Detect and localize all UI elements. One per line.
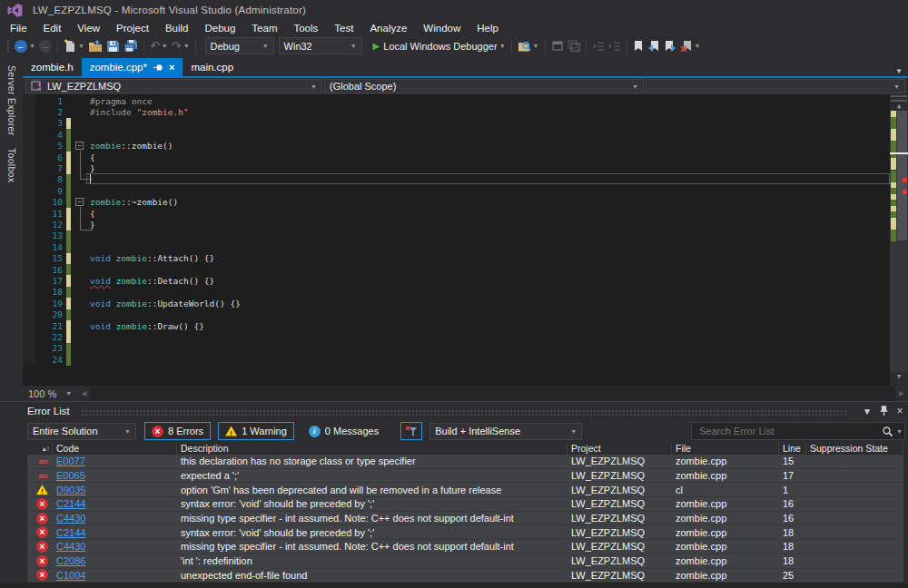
messages-toggle-button[interactable]: i 0 Messages xyxy=(301,422,386,440)
error-source-dropdown[interactable]: Build + IntelliSense▼ xyxy=(429,423,582,440)
code-line[interactable]: 16 xyxy=(23,264,888,275)
navigate-forward-button[interactable]: → xyxy=(37,37,54,54)
column-header-description[interactable]: Description xyxy=(177,442,568,455)
scroll-right-arrow[interactable]: ▶ xyxy=(895,389,908,397)
menu-item-tools[interactable]: Tools xyxy=(285,22,326,34)
tab-zombie-h[interactable]: zombie.h xyxy=(23,58,82,76)
find-in-files-button[interactable]: ▼ xyxy=(516,37,541,54)
save-button[interactable] xyxy=(104,37,122,54)
menu-item-window[interactable]: Window xyxy=(415,22,469,34)
decrease-indent-button[interactable] xyxy=(590,37,607,54)
tab-zombie-cpp[interactable]: zombie.cpp*× xyxy=(82,58,183,76)
warnings-toggle-button[interactable]: ! 1 Warning xyxy=(218,422,294,440)
error-code-link[interactable]: D9035 xyxy=(56,485,85,495)
error-row[interactable]: ×C4430missing type specifier - int assum… xyxy=(27,512,903,526)
scroll-down-arrow[interactable]: ▼ xyxy=(890,373,908,380)
new-file-button[interactable]: ▼ xyxy=(62,37,86,54)
scroll-left-arrow[interactable]: ◀ xyxy=(77,389,90,397)
errors-toggle-button[interactable]: × 8 Errors xyxy=(144,422,211,440)
platform-dropdown[interactable]: Win32▼ xyxy=(279,37,362,54)
error-code-link[interactable]: C2144 xyxy=(56,527,85,538)
increase-indent-button[interactable] xyxy=(607,37,623,54)
undo-button[interactable]: ↶▼ xyxy=(148,37,170,54)
severity-sort-header[interactable]: ▲! xyxy=(27,442,53,455)
menu-item-edit[interactable]: Edit xyxy=(35,22,70,34)
code-line[interactable]: 17void zombie::Detach() {} xyxy=(23,275,888,286)
error-row[interactable]: ×C2144syntax error: 'void' should be pre… xyxy=(27,497,903,512)
error-row[interactable]: ×C2144syntax error: 'void' should be pre… xyxy=(27,525,903,540)
tab-main-cpp[interactable]: main.cpp xyxy=(183,58,242,76)
collapse-icon[interactable]: − xyxy=(75,198,84,206)
pin-icon[interactable] xyxy=(153,64,163,72)
save-all-button[interactable] xyxy=(122,37,140,54)
search-box[interactable]: ▼ xyxy=(691,422,905,440)
scrollbar-track[interactable] xyxy=(890,111,908,372)
code-line[interactable]: 23 xyxy=(23,343,888,354)
collapse-icon[interactable]: − xyxy=(75,142,84,150)
error-code-link[interactable]: C2086 xyxy=(56,555,85,566)
code-line[interactable]: 21void zombie::Draw() {} xyxy=(23,320,888,331)
toggle-bookmark-button[interactable] xyxy=(631,37,646,54)
toolbar-grip[interactable] xyxy=(6,39,10,53)
error-row[interactable]: ×C2086'int ': redefinitionLW_EZPZLMSQzom… xyxy=(27,554,903,569)
column-header-project[interactable]: Project xyxy=(568,442,672,455)
close-icon[interactable]: × xyxy=(892,405,908,417)
next-bookmark-button[interactable] xyxy=(662,37,678,54)
code-line[interactable]: 11{ xyxy=(23,208,888,219)
code-line[interactable]: 19void zombie::UpdateWorld() {} xyxy=(23,298,888,309)
code-line[interactable]: 3 xyxy=(23,118,888,129)
error-code-link[interactable]: C2144 xyxy=(56,498,85,509)
sidebar-tab-server-explorer[interactable]: Server Explorer xyxy=(6,65,17,135)
pin-icon[interactable] xyxy=(875,406,892,417)
code-line[interactable]: 15void zombie::Attach() {} xyxy=(23,253,888,264)
close-icon[interactable]: × xyxy=(169,62,174,73)
editor-vertical-scrollbar[interactable]: ▲ ▼ xyxy=(890,94,908,386)
code-editor[interactable]: 1#pragma once2#include "zombie.h"345−zom… xyxy=(23,94,908,386)
sidebar-tab-toolbox[interactable]: Toolbox xyxy=(6,148,17,182)
error-code-link[interactable]: C4430 xyxy=(56,513,85,524)
menu-item-help[interactable]: Help xyxy=(469,22,507,34)
error-list-header[interactable]: Error List ▼ × xyxy=(0,402,908,420)
code-line[interactable]: 14 xyxy=(23,241,888,252)
redo-button[interactable]: ↷▼ xyxy=(170,37,192,54)
horizontal-scrollbar[interactable] xyxy=(90,386,895,401)
member-scope-dropdown[interactable]: ▼ xyxy=(646,79,905,93)
open-file-button[interactable] xyxy=(86,37,104,54)
filter-button[interactable] xyxy=(400,422,422,440)
zoom-dropdown[interactable]: 100 % ▼ xyxy=(23,386,77,401)
code-line[interactable]: 18 xyxy=(23,287,888,298)
menu-item-file[interactable]: File xyxy=(2,22,35,34)
error-row[interactable]: abcE0065expected a ';'LW_EZPZLMSQzombie.… xyxy=(27,469,903,484)
error-code-link[interactable]: C1004 xyxy=(56,570,85,581)
code-line[interactable]: 13 xyxy=(23,230,888,241)
column-header-file[interactable]: File xyxy=(672,442,779,455)
code-line[interactable]: 12} xyxy=(23,219,888,230)
start-debugging-button[interactable]: ▶ Local Windows Debugger ▼ xyxy=(366,37,508,54)
error-row[interactable]: ×C1004unexpected end-of-file foundLW_EZP… xyxy=(27,569,903,583)
solution-config-dropdown[interactable]: Debug▼ xyxy=(205,37,274,54)
project-scope-dropdown[interactable]: LW_EZPZLMSQ ▼ xyxy=(25,79,322,93)
column-header-suppression[interactable]: Suppression State xyxy=(806,442,903,455)
code-line[interactable]: 5−zombie::zombie() xyxy=(23,141,888,152)
menu-item-team[interactable]: Team xyxy=(243,22,285,34)
navigate-backward-editor-button[interactable] xyxy=(549,37,566,54)
menu-item-build[interactable]: Build xyxy=(157,22,197,34)
navigate-back-button[interactable]: ←▼ xyxy=(13,37,37,54)
menu-item-test[interactable]: Test xyxy=(326,22,361,34)
code-line[interactable]: 20 xyxy=(23,309,888,320)
error-code-link[interactable]: E0065 xyxy=(56,470,85,481)
window-position-dropdown[interactable]: ▼ xyxy=(859,407,875,416)
error-row[interactable]: abcE0077this declaration has no storage … xyxy=(27,455,903,469)
search-input[interactable] xyxy=(697,425,882,437)
column-header-line[interactable]: Line xyxy=(779,442,806,455)
error-scope-dropdown[interactable]: Entire Solution▼ xyxy=(27,423,136,440)
code-line[interactable]: 24 xyxy=(23,354,888,365)
error-code-link[interactable]: E0077 xyxy=(56,456,85,466)
type-scope-dropdown[interactable]: (Global Scope) ▼ xyxy=(324,79,644,93)
scroll-up-arrow[interactable]: ▲ xyxy=(890,103,908,110)
error-code-link[interactable]: C4430 xyxy=(56,541,85,552)
panel-drag-handle[interactable] xyxy=(81,409,848,416)
menu-item-project[interactable]: Project xyxy=(108,22,157,34)
code-line[interactable]: 1#pragma once xyxy=(23,95,888,106)
code-line[interactable]: 9 xyxy=(23,185,888,196)
